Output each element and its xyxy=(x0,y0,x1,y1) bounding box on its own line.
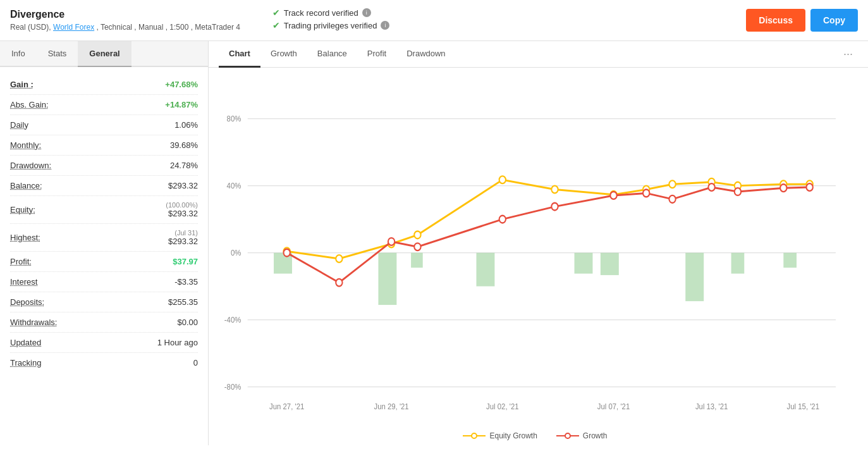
drawdown-value: 24.78% xyxy=(170,161,198,170)
growth-line-icon xyxy=(556,431,579,440)
trading-privileges-verified: ✔ Trading privileges verified i xyxy=(272,20,747,30)
monthly-value: 39.68% xyxy=(170,140,198,150)
withdrawals-value: $0.00 xyxy=(177,318,198,327)
equity-values: (100.00%) $293.32 xyxy=(166,201,198,218)
svg-text:Jun 27, '21: Jun 27, '21 xyxy=(269,402,304,411)
svg-point-49 xyxy=(780,184,786,192)
equity-pct: (100.00%) xyxy=(166,201,198,209)
svg-point-43 xyxy=(551,203,558,211)
withdrawals-row: Withdrawals: $0.00 xyxy=(10,312,198,333)
deposits-label: Deposits: xyxy=(10,297,44,307)
svg-point-52 xyxy=(472,433,477,438)
chart-svg: .grid-line { stroke: #e0e0e0; stroke-wid… xyxy=(215,74,855,439)
svg-rect-22 xyxy=(685,253,704,302)
svg-point-40 xyxy=(388,238,394,245)
svg-point-29 xyxy=(499,176,506,183)
trading-privileges-info-icon[interactable]: i xyxy=(381,21,389,30)
chart-tab-profit[interactable]: Profit xyxy=(357,41,396,68)
updated-label: Updated xyxy=(10,338,41,347)
daily-label: Daily xyxy=(10,120,28,130)
svg-text:Jul 15, '21: Jul 15, '21 xyxy=(787,402,820,411)
svg-rect-17 xyxy=(378,253,396,305)
check-icon: ✔ xyxy=(272,8,280,18)
chart-tab-balance[interactable]: Balance xyxy=(307,41,357,68)
account-subtitle: Real (USD), World Forex , Technical , Ma… xyxy=(10,23,247,32)
gain-value: +47.68% xyxy=(165,80,198,89)
equity-usd: $293.32 xyxy=(168,209,198,218)
svg-point-28 xyxy=(414,231,420,238)
tab-general[interactable]: General xyxy=(78,41,131,67)
updated-value: 1 Hour ago xyxy=(157,338,198,347)
discuss-button[interactable]: Discuss xyxy=(746,9,805,32)
highest-date: (Jul 31) xyxy=(174,229,198,237)
svg-text:Jul 02, '21: Jul 02, '21 xyxy=(486,402,519,411)
tab-stats[interactable]: Stats xyxy=(37,41,78,67)
chart-tab-chart[interactable]: Chart xyxy=(219,41,260,68)
balance-label: Balance: xyxy=(10,181,42,190)
left-tab-bar: Info Stats General xyxy=(0,41,208,67)
daily-value: 1.06% xyxy=(174,120,198,130)
drawdown-label: Drawdown: xyxy=(10,161,51,170)
equity-label: Equity: xyxy=(10,205,35,214)
chart-tab-drawdown[interactable]: Drawdown xyxy=(396,41,455,68)
svg-rect-24 xyxy=(783,253,797,268)
monthly-row: Monthly: 39.68% xyxy=(10,135,198,156)
svg-point-38 xyxy=(284,249,290,257)
svg-text:40%: 40% xyxy=(227,182,241,191)
svg-point-26 xyxy=(336,255,342,263)
svg-text:Jul 13, '21: Jul 13, '21 xyxy=(695,402,728,411)
profit-label: Profit: xyxy=(10,257,32,266)
tracking-value: 0 xyxy=(193,358,198,368)
tracking-label: Tracking xyxy=(10,358,41,368)
tracking-row: Tracking 0 xyxy=(10,353,198,373)
header-actions: Discuss Copy xyxy=(746,9,858,32)
deposits-value: $255.35 xyxy=(168,297,198,307)
highest-row: Highest: (Jul 31) $293.32 xyxy=(10,224,198,252)
svg-text:Jul 07, '21: Jul 07, '21 xyxy=(597,402,630,411)
svg-point-30 xyxy=(551,186,558,194)
svg-point-33 xyxy=(669,180,675,188)
svg-text:-80%: -80% xyxy=(224,383,241,392)
svg-rect-18 xyxy=(411,253,423,268)
main-content: Info Stats General Gain : +47.68% Abs. G… xyxy=(0,41,868,445)
profit-row: Profit: $37.97 xyxy=(10,252,198,272)
deposits-row: Deposits: $255.35 xyxy=(10,292,198,312)
account-name: Divergence xyxy=(10,9,247,20)
track-record-verified: ✔ Track record verified i xyxy=(272,8,747,18)
highest-usd: $293.32 xyxy=(168,237,198,246)
svg-point-45 xyxy=(643,190,649,197)
highest-label: Highest: xyxy=(10,233,40,242)
svg-point-44 xyxy=(610,192,616,199)
chart-tab-growth[interactable]: Growth xyxy=(260,41,307,68)
info-panel: Gain : +47.68% Abs. Gain: +14.87% Daily … xyxy=(0,67,208,380)
track-record-info-icon[interactable]: i xyxy=(362,8,371,17)
svg-point-46 xyxy=(669,195,675,203)
header-title: Divergence Real (USD), World Forex , Tec… xyxy=(10,9,247,32)
updated-row: Updated 1 Hour ago xyxy=(10,333,198,353)
legend-equity: Equity Growth xyxy=(463,431,537,440)
check-icon-2: ✔ xyxy=(272,20,280,30)
svg-point-41 xyxy=(414,243,420,250)
svg-point-54 xyxy=(565,433,570,438)
svg-text:-40%: -40% xyxy=(224,316,241,325)
left-panel: Info Stats General Gain : +47.68% Abs. G… xyxy=(0,41,209,445)
chart-area: .grid-line { stroke: #e0e0e0; stroke-wid… xyxy=(209,68,868,445)
svg-point-47 xyxy=(708,183,714,191)
svg-point-48 xyxy=(735,188,741,195)
more-options-icon[interactable]: ··· xyxy=(838,42,858,66)
svg-rect-21 xyxy=(601,253,619,275)
equity-row: Equity: (100.00%) $293.32 xyxy=(10,196,198,224)
verification-badges: ✔ Track record verified i ✔ Trading priv… xyxy=(247,8,747,33)
drawdown-row: Drawdown: 24.78% xyxy=(10,156,198,176)
svg-rect-23 xyxy=(731,253,745,274)
right-panel: Chart Growth Balance Profit Drawdown ···… xyxy=(209,41,868,445)
broker-link[interactable]: World Forex xyxy=(53,23,94,32)
copy-button[interactable]: Copy xyxy=(810,9,858,32)
svg-rect-19 xyxy=(476,253,494,287)
interest-row: Interest -$3.35 xyxy=(10,272,198,292)
svg-point-50 xyxy=(806,183,812,191)
daily-row: Daily 1.06% xyxy=(10,115,198,135)
tab-info[interactable]: Info xyxy=(0,41,37,67)
balance-value: $293.32 xyxy=(168,181,198,190)
highest-values: (Jul 31) $293.32 xyxy=(168,229,198,246)
